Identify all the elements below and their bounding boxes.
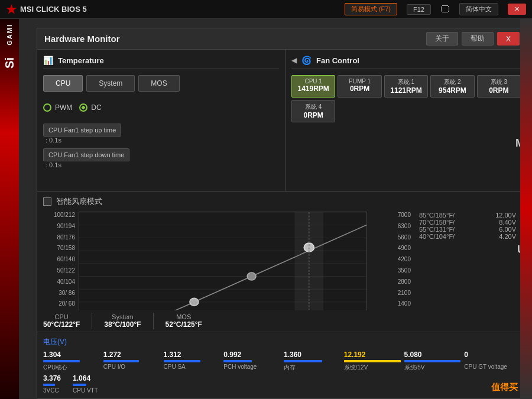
hw-window-title: Hardware Monitor [44,34,426,44]
fan-sys1-name: 系统 1 [388,78,424,86]
step-up-button[interactable]: CPU Fan1 step up time [43,124,121,137]
status-cpu-value: 50°C/122°F [43,320,80,329]
language-button[interactable]: 简体中文 [459,3,498,15]
y-label-8: 20/ 68 [43,300,79,307]
y-label-4: 60/140 [43,256,79,262]
voltage-section: 电压(V) 1.304 CPU核心 1.272 CPU I/O 1.312 CP… [37,332,527,398]
fan-row2: 系统 4 0RPM [291,100,521,122]
sidebar-temp-3: 40°C/104°F/ [419,233,455,240]
voltage-grid2: 3.376 3VCC 1.064 CPU VTT [43,374,521,394]
pwm-radio-circle[interactable] [43,103,51,112]
tab-cpu[interactable]: CPU [43,75,83,92]
voltage-sys12v: 12.192 系统/12V [344,351,401,372]
smart-fan-label: 智能风扇模式 [56,196,102,207]
step-down-button[interactable]: CPU Fan1 step down time [43,148,129,161]
voltage-cpu-vtt-bar [73,384,86,386]
side-si-label: Si [3,57,17,69]
bios-title: MSI CLICK BIOS 5 [20,5,87,14]
fan-control-header: ◀ 🌀 Fan Control [291,56,521,69]
voltage-cpu-io-bar [103,360,139,362]
thermometer-icon: 📊 [43,56,53,65]
rpm-label-3: 4900 [371,245,414,251]
fan-pump1-value: 0RPM [342,85,377,93]
status-bar: CPU 50°C/122°F System 38°C/100°F MOS 52°… [37,310,527,332]
sidebar-temp-0: 85°C/185°F/ [419,212,455,219]
rpm-label-2: 5600 [371,234,414,241]
status-system: System 38°C/100°F [104,313,141,329]
voltage-3vcc-bar [43,384,55,386]
f12-button[interactable]: F12 [407,4,431,15]
bottom-right-watermark: 值得买 [491,382,518,393]
voltage-cpu-gt: 0 CPU GT voltage [464,351,521,372]
hw-title-bar: Hardware Monitor 关于 帮助 X [37,28,527,50]
sidebar-volt-0: 12.00V [495,212,516,219]
fan-sys1[interactable]: 系统 1 1121RPM [384,75,428,98]
topbar-close-button[interactable]: ✕ [508,4,526,15]
status-system-name: System [112,313,134,320]
about-button[interactable]: 关于 [426,32,458,46]
step-down-value: : 0.1s [43,161,279,168]
sidebar-item-2: 55°C/131°F/ 6.00V [419,226,516,233]
fan-sys4[interactable]: 系统 4 0RPM [291,100,335,122]
fan-grid: CPU 1 1419RPM PUMP 1 0RPM 系统 1 1121RPM [291,75,521,98]
fan-sys2-value: 954RPM [434,86,470,95]
easy-mode-button[interactable]: 简易模式 (F7) [345,3,397,15]
rpm-label-1: 6300 [371,223,414,229]
fan-cpu1-name: CPU 1 [296,78,331,85]
rpm-label-4: 4200 [371,256,414,262]
smart-fan-header: 智能风扇模式 [43,196,521,207]
voltage-memory: 1.360 内存 [284,351,340,372]
voltage-cpu-sa: 1.312 CPU SA [164,351,220,372]
sidebar-item-1: 70°C/158°F/ 8.40V [419,219,516,226]
sidebar-item-0: 85°C/185°F/ 12.00V [419,212,516,219]
hw-title-buttons: 关于 帮助 X [426,32,520,46]
fan-control-title: Fan Control [316,56,359,65]
status-sep-2 [153,313,154,329]
fan-cpu1[interactable]: CPU 1 1419RPM [291,75,335,98]
pwm-radio-group[interactable]: PWM [43,103,72,112]
fan-cpu1-value: 1419RPM [296,85,331,93]
voltage-sys5v-name: 系统/5V [404,364,461,372]
fan-sys3-value: 0RPM [481,86,517,95]
voltage-cpu-core-value: 1.304 [43,351,100,359]
tab-mos[interactable]: MOS [138,75,179,92]
voltage-sys12v-name: 系统/12V [344,364,401,372]
voltage-memory-bar [284,360,322,362]
top-bar-right: 简易模式 (F7) F12 🖵 简体中文 ✕ [345,3,526,15]
sidebar-item-3: 40°C/104°F/ 4.20V [419,233,516,240]
voltage-3vcc: 3.376 3VCC [43,374,61,394]
voltage-cpu-core-name: CPU核心 [43,364,100,372]
fan-sys3[interactable]: 系统 3 0RPM [477,75,521,98]
sidebar-volt-3: 4.20V [499,233,516,240]
step-down-group: CPU Fan1 step down time : 0.1s [43,148,279,168]
voltage-sys12v-bar [344,360,401,362]
dc-radio-circle[interactable] [79,103,87,112]
step-up-group: CPU Fan1 step up time : 0.1s [43,124,279,144]
fan-pump1[interactable]: PUMP 1 0RPM [338,75,381,98]
smart-fan-checkbox[interactable] [43,197,51,206]
fan-sys4-value: 0RPM [296,111,331,119]
tab-system[interactable]: System [86,75,135,92]
y-label-5: 50/122 [43,267,79,274]
voltage-sys5v: 5.080 系统/5V [404,351,461,372]
voltage-pch: 0.992 PCH voltage [223,351,280,372]
fan-nav-left[interactable]: ◀ [291,56,297,64]
msi-logo: ★ MSI CLICK BIOS 5 [6,2,87,17]
voltage-cpu-vtt-value: 1.064 [73,374,98,382]
step-time-area: CPU Fan1 step up time : 0.1s CPU Fan1 st… [43,124,279,168]
help-button[interactable]: 帮助 [462,32,494,46]
status-mos-name: MOS [176,313,191,320]
top-bar: ★ MSI CLICK BIOS 5 简易模式 (F7) F12 🖵 简体中文 … [0,0,532,19]
voltage-memory-name: 内存 [284,364,340,372]
fan-sys2[interactable]: 系统 2 954RPM [430,75,474,98]
voltage-cpu-sa-name: CPU SA [164,364,220,370]
voltage-3vcc-name: 3VCC [43,387,61,394]
fan-sys2-name: 系统 2 [434,78,470,86]
side-gami-label: GAMI [6,24,13,46]
bottom-panel: CPU 50°C/122°F System 38°C/100°F MOS 52°… [37,310,527,399]
step-up-value: : 0.1s [43,137,279,144]
window-close-button[interactable]: X [497,32,520,46]
svg-point-11 [247,273,256,280]
voltage-memory-value: 1.360 [284,351,340,359]
dc-radio-group[interactable]: DC [79,103,101,112]
